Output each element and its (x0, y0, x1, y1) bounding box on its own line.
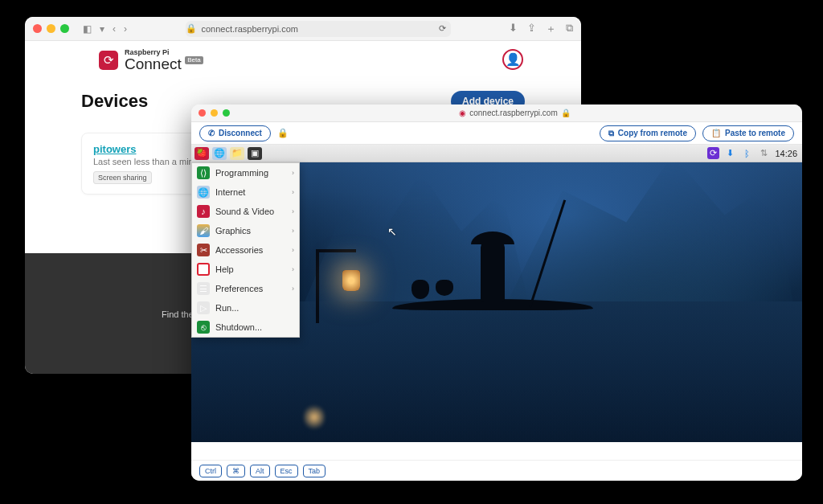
key-ctrl[interactable]: Ctrl (199, 465, 222, 477)
chevron-right-icon: › (292, 265, 294, 273)
applications-menu-icon[interactable]: 🍓 (194, 147, 209, 160)
shutdown-icon: ⎋ (197, 321, 210, 334)
footer-text: Find the (162, 309, 194, 319)
window-controls (33, 24, 69, 33)
wallpaper-lantern-reflection (304, 404, 325, 431)
wifi-icon[interactable]: ⇅ (758, 147, 770, 159)
zoom-icon[interactable] (60, 24, 69, 33)
remote-desktop-viewport[interactable]: ↖ 🍓 🌐 📁 ▣ ⟳ ⬇ ᛒ ⇅ 14:26 ⟨⟩ Programming › (191, 145, 802, 442)
lock-icon: 🔒 (186, 23, 197, 34)
sidebar-icon[interactable]: ◧ (83, 23, 92, 35)
menu-label: Preferences (215, 284, 286, 293)
menu-label: Sound & Video (215, 207, 286, 216)
page-title: Devices (81, 91, 148, 112)
paste-label: Paste to remote (725, 129, 785, 137)
avatar[interactable]: 👤 (502, 49, 523, 70)
address-text: connect.raspberrypi.com (202, 24, 298, 34)
sound-video-icon: ♪ (197, 205, 210, 218)
titlebar: ◧ ▾ ‹ › 🔒 connect.raspberrypi.com ⟳ ⬇ ⇪ … (25, 17, 581, 41)
applications-menu: ⟨⟩ Programming › 🌐 Internet › ♪ Sound & … (191, 162, 300, 338)
menu-item-help[interactable]: ⦿ Help › (192, 260, 299, 279)
accessories-icon: ✂ (197, 244, 210, 256)
reload-icon[interactable]: ⟳ (439, 23, 451, 34)
chevron-right-icon: › (292, 227, 294, 235)
remote-cursor-icon: ↖ (387, 225, 397, 238)
menu-label: Shutdown... (215, 322, 294, 332)
wallpaper-fisherman (408, 196, 569, 325)
tabs-icon[interactable]: ⧉ (566, 22, 573, 36)
close-icon[interactable] (199, 109, 206, 117)
key-esc[interactable]: Esc (275, 465, 298, 477)
internet-icon: 🌐 (197, 186, 210, 199)
copy-icon: ⧉ (608, 129, 614, 138)
minimize-icon[interactable] (211, 109, 218, 117)
close-icon[interactable] (33, 24, 42, 33)
file-manager-icon[interactable]: 📁 (230, 147, 244, 160)
menu-label: Programming (215, 168, 286, 178)
graphics-icon: 🖌 (197, 224, 210, 237)
chevron-right-icon: › (292, 169, 294, 177)
copy-from-remote-button[interactable]: ⧉ Copy from remote (600, 125, 696, 141)
forward-icon[interactable]: › (124, 23, 127, 35)
lock-icon: 🔒 (277, 128, 289, 138)
menu-label: Graphics (215, 226, 286, 236)
raspberry-favicon-icon: ◉ (459, 109, 466, 117)
minimize-icon[interactable] (47, 24, 55, 33)
menu-label: Help (215, 264, 286, 274)
brand-big: Connect (125, 55, 182, 72)
programming-icon: ⟨⟩ (197, 166, 210, 179)
zoom-icon[interactable] (223, 109, 230, 117)
chevron-right-icon: › (292, 207, 294, 215)
disconnect-button[interactable]: ✆ Disconnect (199, 125, 271, 141)
lock-icon: 🔒 (561, 109, 571, 117)
disconnect-label: Disconnect (219, 129, 262, 137)
key-tab[interactable]: Tab (303, 465, 326, 477)
chevron-down-icon[interactable]: ▾ (100, 23, 104, 35)
connect-toolbar: ✆ Disconnect 🔒 ⧉ Copy from remote 📋 Past… (191, 122, 802, 145)
paste-icon: 📋 (711, 129, 721, 137)
menu-item-programming[interactable]: ⟨⟩ Programming › (192, 163, 299, 182)
chevron-right-icon: › (292, 188, 294, 196)
menu-item-accessories[interactable]: ✂ Accessories › (192, 240, 299, 260)
key-alt[interactable]: Alt (250, 465, 270, 477)
phone-hangup-icon: ✆ (208, 129, 215, 137)
new-tab-icon[interactable]: ＋ (546, 22, 556, 36)
menu-item-internet[interactable]: 🌐 Internet › (192, 182, 299, 202)
chevron-right-icon: › (292, 285, 294, 293)
menu-label: Internet (215, 187, 286, 197)
updates-icon[interactable]: ⬇ (724, 147, 736, 159)
menu-label: Accessories (215, 245, 286, 255)
titlebar: ◉ connect.raspberrypi.com 🔒 (191, 104, 802, 122)
chevron-right-icon: › (292, 246, 294, 254)
web-browser-icon[interactable]: 🌐 (212, 147, 227, 160)
device-badge: Screen sharing (93, 171, 152, 184)
address-bar[interactable]: 🔒 connect.raspberrypi.com ⟳ (186, 21, 451, 37)
menu-item-sound-video[interactable]: ♪ Sound & Video › (192, 202, 299, 221)
help-icon: ⦿ (197, 263, 210, 276)
back-icon[interactable]: ‹ (113, 23, 116, 35)
connect-systray-icon[interactable]: ⟳ (707, 147, 719, 159)
brand-row: ⟳ Raspberry Pi Connect Beta (25, 41, 581, 76)
menu-item-graphics[interactable]: 🖌 Graphics › (192, 221, 299, 240)
pi-taskbar: 🍓 🌐 📁 ▣ ⟳ ⬇ ᛒ ⇅ 14:26 (191, 145, 802, 162)
toolbar-left-icons: ◧ ▾ ‹ › (83, 23, 127, 35)
share-icon[interactable]: ⇪ (527, 22, 536, 36)
virtual-key-bar: Ctrl ⌘ Alt Esc Tab (191, 460, 802, 481)
menu-label: Run... (215, 303, 294, 313)
menu-item-preferences[interactable]: ☰ Preferences › (192, 279, 299, 298)
clock[interactable]: 14:26 (775, 149, 797, 158)
bluetooth-icon[interactable]: ᛒ (741, 147, 753, 159)
preferences-icon: ☰ (197, 282, 210, 295)
run-icon: ▷ (197, 301, 210, 314)
paste-to-remote-button[interactable]: 📋 Paste to remote (702, 125, 794, 141)
menu-item-shutdown[interactable]: ⎋ Shutdown... (192, 318, 299, 337)
wallpaper-lantern (342, 270, 360, 291)
beta-badge: Beta (185, 56, 203, 64)
download-icon[interactable]: ⬇ (509, 22, 518, 36)
window-title: connect.raspberrypi.com (469, 109, 558, 117)
key-super[interactable]: ⌘ (227, 465, 245, 477)
copy-label: Copy from remote (618, 129, 687, 137)
menu-item-run[interactable]: ▷ Run... (192, 298, 299, 318)
raspberry-icon: ⟳ (99, 51, 118, 70)
terminal-icon[interactable]: ▣ (248, 147, 262, 160)
